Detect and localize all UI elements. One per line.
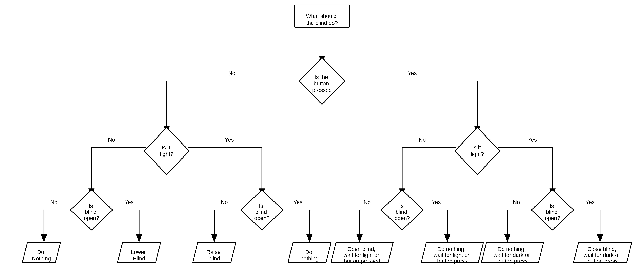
diagram-container: No Yes No Yes No Yes No Y: [242, 0, 402, 5]
node-start: What should the blind do?: [294, 5, 350, 5]
flowchart-svg: No Yes No Yes No Yes No Y: [0, 0, 644, 5]
svg-rect-16: [294, 5, 350, 5]
